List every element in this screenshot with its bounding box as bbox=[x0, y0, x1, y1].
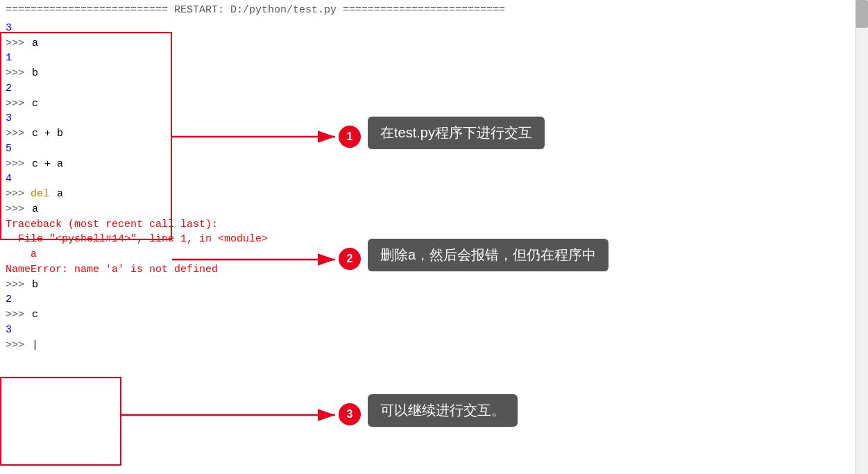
scrollbar-track[interactable] bbox=[856, 0, 868, 474]
code-cplusa: c + a bbox=[32, 157, 63, 172]
prompt-sym6: >>> bbox=[6, 187, 31, 202]
scrollbar-thumb[interactable] bbox=[856, 0, 868, 28]
num-2: 2 bbox=[6, 81, 841, 96]
code-a: a bbox=[32, 36, 38, 51]
bubble-3-text: 可以继续进行交互。 bbox=[380, 403, 505, 418]
traceback-text: Traceback (most recent call last): bbox=[6, 219, 218, 230]
prompt-b: >>> b bbox=[6, 66, 841, 81]
prompt-sym7: >>> bbox=[6, 202, 31, 217]
code-del-a: a bbox=[51, 187, 63, 202]
prompt-dela: >>> del a bbox=[6, 187, 841, 202]
prompt-sym5: >>> bbox=[6, 157, 31, 172]
output-1: 1 bbox=[6, 51, 841, 66]
num-1: 1 bbox=[6, 51, 841, 66]
prompt-cplusa: >>> c + a bbox=[6, 157, 841, 172]
num-3c: 3 bbox=[6, 323, 841, 338]
prompt-sym8: >>> bbox=[6, 278, 31, 293]
prompt-sym: >>> bbox=[6, 36, 31, 51]
prompt-sym2: >>> bbox=[6, 66, 31, 81]
restart-line: ========================== RESTART: D:/p… bbox=[6, 0, 841, 21]
code-del: del bbox=[31, 187, 49, 202]
prompt-a: >>> a bbox=[6, 36, 841, 51]
output-2b: 2 bbox=[6, 292, 841, 307]
console-area: ========================== RESTART: D:/p… bbox=[0, 0, 846, 474]
bubble-3: 可以继续进行交互。 bbox=[368, 394, 518, 427]
output-3b: 3 bbox=[6, 111, 841, 126]
traceback-file-text: File "<pyshell#14>", line 1, in <module> bbox=[6, 233, 268, 245]
prompt-sym3: >>> bbox=[6, 96, 31, 112]
output-5: 5 bbox=[6, 142, 841, 157]
num-2b: 2 bbox=[6, 292, 841, 307]
circle-3: 3 bbox=[339, 403, 361, 425]
prompt-c: >>> c bbox=[6, 96, 841, 112]
cursor-bar: | bbox=[32, 338, 38, 353]
traceback-a-text: a bbox=[6, 248, 37, 260]
prompt-a2: >>> a bbox=[6, 202, 841, 217]
num-4: 4 bbox=[6, 171, 841, 187]
num-5: 5 bbox=[6, 142, 841, 157]
num-3a: 3 bbox=[6, 21, 841, 36]
red-box-2 bbox=[0, 377, 121, 466]
traceback-line: Traceback (most recent call last): bbox=[6, 217, 841, 232]
traceback-a: a bbox=[6, 247, 841, 262]
traceback-file: File "<pyshell#14>", line 1, in <module> bbox=[6, 232, 841, 247]
code-cplusb: c + b bbox=[32, 126, 63, 142]
output-3c: 3 bbox=[6, 323, 841, 338]
code-c2: c bbox=[32, 307, 38, 323]
num-3b: 3 bbox=[6, 111, 841, 126]
circle-3-label: 3 bbox=[347, 408, 353, 421]
code-a2: a bbox=[32, 202, 38, 217]
nameerror-line: NameError: name 'a' is not defined bbox=[6, 262, 841, 278]
restart-text: ========================== RESTART: D:/p… bbox=[6, 4, 505, 16]
code-c: c bbox=[32, 96, 38, 112]
prompt-sym4: >>> bbox=[6, 126, 31, 142]
code-b: b bbox=[32, 66, 38, 81]
output-line-3a: 3 bbox=[6, 21, 841, 36]
prompt-b2: >>> b bbox=[6, 278, 841, 293]
code-b2: b bbox=[32, 278, 38, 293]
prompt-sym9: >>> bbox=[6, 307, 31, 323]
output-2: 2 bbox=[6, 81, 841, 96]
nameerror-text: NameError: name 'a' is not defined bbox=[6, 264, 218, 276]
output-4: 4 bbox=[6, 171, 841, 187]
prompt-cursor: >>> | bbox=[6, 338, 841, 353]
prompt-cplusb: >>> c + b bbox=[6, 126, 841, 142]
prompt-c2: >>> c bbox=[6, 307, 841, 323]
prompt-sym10: >>> bbox=[6, 338, 31, 353]
